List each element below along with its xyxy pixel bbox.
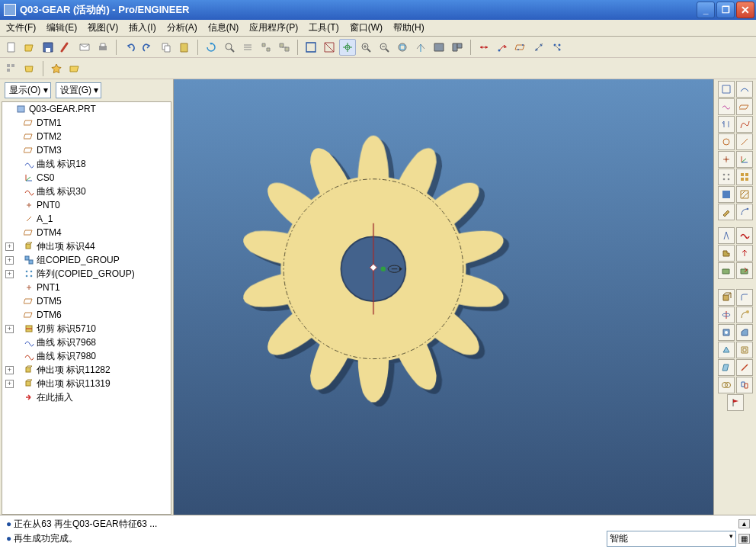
- tree-item[interactable]: +组COPIED_GROUP: [2, 253, 171, 267]
- tree-item[interactable]: 曲线 标识7968: [2, 336, 171, 349]
- refit-button[interactable]: [394, 39, 411, 56]
- tree-item[interactable]: DTM4: [2, 226, 171, 239]
- selection-filter-combo[interactable]: 智能▾: [607, 531, 736, 547]
- tree-item[interactable]: 曲线 标识30: [2, 185, 171, 198]
- plane-display-button[interactable]: [512, 39, 529, 56]
- tree-item[interactable]: PNT0: [2, 198, 171, 212]
- tool-arc-edit[interactable]: [736, 204, 753, 220]
- folder-tab[interactable]: [21, 60, 38, 77]
- copy-button[interactable]: [158, 39, 175, 56]
- star-tab[interactable]: [48, 60, 65, 77]
- search-tool-button[interactable]: [221, 39, 238, 56]
- print-button[interactable]: [94, 39, 111, 56]
- display-combo[interactable]: 显示(O) ▾: [5, 82, 51, 98]
- settings-combo[interactable]: 设置(G) ▾: [56, 82, 102, 98]
- info-list-button[interactable]: [239, 39, 256, 56]
- menu-file[interactable]: 文件(F): [3, 20, 39, 36]
- tool-profile[interactable]: [718, 245, 735, 262]
- tool-pattern[interactable]: [718, 169, 735, 185]
- named-view-list-button[interactable]: [321, 39, 338, 56]
- menu-app[interactable]: 应用程序(P): [246, 20, 301, 36]
- tool-hole[interactable]: [718, 324, 735, 341]
- close-button[interactable]: ✕: [736, 2, 754, 18]
- tool-shell[interactable]: [736, 342, 753, 358]
- tool-sweep[interactable]: [736, 307, 753, 323]
- menu-tools[interactable]: 工具(T): [306, 20, 341, 36]
- tool-surface[interactable]: [718, 262, 735, 279]
- tree-item[interactable]: +伸出项 标识11282: [2, 363, 171, 377]
- paste-button[interactable]: [176, 39, 193, 56]
- tool-surface-red[interactable]: [736, 262, 753, 279]
- tree-expand-icon[interactable]: +: [5, 380, 14, 388]
- relations-button[interactable]: [258, 39, 274, 56]
- menu-help[interactable]: 帮助(H): [390, 20, 428, 36]
- scroll-up-icon[interactable]: ▲: [738, 519, 750, 528]
- tool-fillet[interactable]: [736, 289, 753, 306]
- tool-spline[interactable]: [736, 116, 753, 133]
- tree-item[interactable]: +切剪 标识5710: [2, 322, 171, 336]
- tool-draft[interactable]: [718, 359, 735, 376]
- menu-edit[interactable]: 编辑(E): [43, 20, 80, 36]
- redo-button[interactable]: [139, 39, 156, 56]
- folder2-tab[interactable]: [66, 60, 83, 77]
- tree-item[interactable]: A_1: [2, 212, 171, 226]
- undo-button[interactable]: [121, 39, 138, 56]
- tool-compass[interactable]: [718, 227, 735, 244]
- tool-straight-line[interactable]: [736, 359, 753, 376]
- menu-view[interactable]: 视图(V): [85, 20, 121, 36]
- tool-csys-right[interactable]: [736, 151, 753, 168]
- tool-revolve-axis[interactable]: [718, 307, 735, 323]
- tool-plane[interactable]: [736, 98, 753, 115]
- menu-window[interactable]: 窗口(W): [347, 20, 386, 36]
- parameter-button[interactable]: [276, 39, 293, 56]
- open-button[interactable]: [21, 39, 38, 56]
- axis-display-button[interactable]: [530, 39, 547, 56]
- tree-expand-icon[interactable]: +: [5, 270, 14, 278]
- tool-mirror[interactable]: [718, 116, 735, 133]
- tool-red-wave[interactable]: [736, 227, 753, 244]
- spin-center-button[interactable]: [339, 39, 356, 56]
- model-tree[interactable]: Q03-GEAR.PRTDTM1DTM2DTM3曲线 标识18CS0曲线 标识3…: [2, 101, 171, 515]
- tool-curve[interactable]: [736, 81, 753, 98]
- tree-item[interactable]: DTM1: [2, 116, 171, 130]
- tool-merge[interactable]: [718, 377, 735, 393]
- menu-info[interactable]: 信息(N): [205, 20, 242, 36]
- tree-item[interactable]: DTM3: [2, 143, 171, 157]
- tool-up-arrow[interactable]: [736, 245, 753, 262]
- tool-sketch[interactable]: [718, 81, 735, 98]
- minimize-button[interactable]: _: [697, 2, 715, 18]
- reorient-button[interactable]: [412, 39, 429, 56]
- marker-button[interactable]: [58, 39, 75, 56]
- point-display-button[interactable]: [549, 39, 565, 56]
- csys-display-button[interactable]: [494, 39, 511, 56]
- tool-hatch[interactable]: [736, 186, 753, 203]
- display-dim-button[interactable]: [476, 39, 492, 56]
- tool-blue-box[interactable]: [718, 186, 735, 203]
- tree-item[interactable]: +阵列(COPIED_GROUP): [2, 267, 171, 281]
- tree-expand-icon[interactable]: +: [5, 325, 14, 333]
- layers-button[interactable]: [303, 39, 319, 56]
- sel-filter-button[interactable]: ▦: [738, 534, 750, 544]
- tree-item[interactable]: PNT1: [2, 281, 171, 294]
- tool-chamfer45[interactable]: [736, 324, 753, 341]
- menu-analysis[interactable]: 分析(A): [164, 20, 200, 36]
- tree-item[interactable]: DTM6: [2, 308, 171, 322]
- tool-slash[interactable]: [736, 133, 753, 150]
- tool-copy-geom[interactable]: [736, 377, 753, 393]
- tree-item[interactable]: +伸出项 标识44: [2, 239, 171, 253]
- mapkeys-button[interactable]: [449, 39, 466, 56]
- tool-flag[interactable]: [727, 394, 744, 411]
- tree-expand-icon[interactable]: +: [5, 256, 14, 265]
- tool-grid[interactable]: [736, 169, 753, 185]
- tree-expand-icon[interactable]: +: [5, 366, 14, 374]
- save-button[interactable]: [40, 39, 56, 56]
- tree-item[interactable]: +伸出项 标识11319: [2, 377, 171, 390]
- tree-item[interactable]: 曲线 标识7980: [2, 349, 171, 363]
- tree-item[interactable]: CS0: [2, 171, 171, 185]
- tree-item[interactable]: DTM5: [2, 294, 171, 308]
- tree-item[interactable]: 在此插入: [2, 390, 171, 404]
- tree-item[interactable]: Q03-GEAR.PRT: [2, 102, 171, 116]
- saved-views-button[interactable]: [431, 39, 447, 56]
- model-tree-tab[interactable]: [3, 60, 20, 77]
- zoom-in-button[interactable]: [357, 39, 374, 56]
